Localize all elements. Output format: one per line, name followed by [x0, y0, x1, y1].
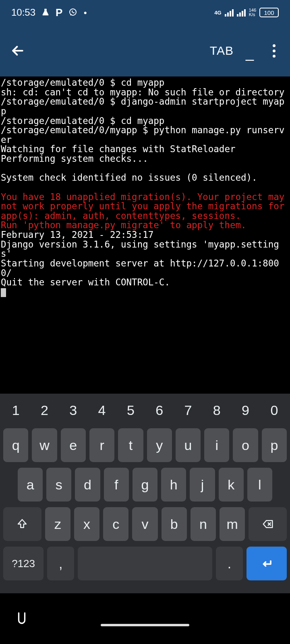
signal-icon: [225, 8, 234, 17]
symbols-key[interactable]: ?123: [3, 547, 44, 580]
system-nav-bar: [0, 593, 290, 644]
space-key[interactable]: [78, 547, 212, 580]
period-key[interactable]: .: [216, 547, 243, 580]
key-0[interactable]: 0: [262, 398, 287, 423]
tab-button[interactable]: TAB: [210, 44, 234, 58]
key-w[interactable]: w: [32, 428, 57, 462]
terminal-line: Quit the server with CONTROL-C.: [1, 278, 289, 287]
terminal-line: /storage/emulated/0 $ cd myapp: [1, 78, 289, 88]
terminal-line: Watching for file changes with StatReloa…: [1, 144, 289, 154]
key-e[interactable]: e: [61, 428, 86, 462]
terminal-line: /storage/emulated/0 $ django-admin start…: [1, 97, 289, 116]
key-r[interactable]: r: [89, 428, 114, 462]
backspace-key[interactable]: [249, 507, 287, 541]
key-o[interactable]: o: [233, 428, 258, 462]
home-gesture-bar[interactable]: [101, 624, 189, 626]
key-g[interactable]: g: [133, 468, 157, 502]
key-8[interactable]: 8: [204, 398, 229, 423]
key-m[interactable]: m: [220, 507, 245, 541]
key-4[interactable]: 4: [89, 398, 114, 423]
recent-apps-icon[interactable]: [14, 611, 29, 627]
terminal-line: Performing system checks...: [1, 154, 289, 164]
app-bar: TAB _: [0, 25, 290, 76]
whatsapp-icon: [68, 8, 78, 17]
key-c[interactable]: c: [103, 507, 128, 541]
key-u[interactable]: u: [176, 428, 201, 462]
key-3[interactable]: 3: [61, 398, 86, 423]
terminal-line: /storage/emulated/0 $ cd myapp: [1, 116, 289, 126]
terminal-line: [1, 183, 289, 192]
enter-key[interactable]: [246, 547, 287, 580]
soft-keyboard: 1234567890 qwertyuiop asdfghjkl zxcvbnm …: [0, 394, 290, 593]
key-i[interactable]: i: [204, 428, 229, 462]
battery-indicator: 100: [259, 8, 279, 17]
terminal-line: [1, 164, 289, 173]
key-q[interactable]: q: [3, 428, 28, 462]
key-2[interactable]: 2: [32, 398, 57, 423]
terminal-line: Run 'python manage.py migrate' to apply …: [1, 221, 289, 230]
network-type-label: 4G: [214, 10, 221, 16]
terminal-line: sh: cd: can't cd to myapp: No such file …: [1, 88, 289, 97]
key-k[interactable]: k: [219, 468, 244, 502]
terminal-line: System check identified no issues (0 sil…: [1, 173, 289, 183]
key-v[interactable]: v: [132, 507, 157, 541]
key-1[interactable]: 1: [3, 398, 28, 423]
flask-icon: [41, 8, 50, 17]
terminal-line: You have 18 unapplied migration(s). Your…: [1, 192, 289, 221]
key-s[interactable]: s: [46, 468, 71, 502]
key-t[interactable]: t: [118, 428, 143, 462]
back-button[interactable]: [8, 41, 27, 60]
terminal-line: February 13, 2021 - 22:53:17: [1, 230, 289, 240]
terminal-line: /storage/emulated/0/myapp $ python manag…: [1, 126, 289, 144]
key-b[interactable]: b: [162, 507, 187, 541]
status-bar: 10:53 P ● 4G 146K/s 100: [0, 0, 290, 25]
key-9[interactable]: 9: [233, 398, 258, 423]
dot-icon: ●: [83, 9, 87, 16]
key-l[interactable]: l: [247, 468, 272, 502]
key-a[interactable]: a: [18, 468, 43, 502]
clock: 10:53: [11, 7, 35, 18]
key-5[interactable]: 5: [118, 398, 143, 423]
key-j[interactable]: j: [190, 468, 215, 502]
key-y[interactable]: y: [147, 428, 172, 462]
p-icon: P: [56, 6, 62, 19]
signal-icon-2: [237, 8, 246, 17]
key-f[interactable]: f: [104, 468, 129, 502]
key-h[interactable]: h: [161, 468, 186, 502]
minimize-button[interactable]: _: [246, 45, 254, 62]
terminal-output[interactable]: /storage/emulated/0 $ cd myappsh: cd: ca…: [0, 76, 290, 394]
key-n[interactable]: n: [191, 507, 216, 541]
key-7[interactable]: 7: [176, 398, 201, 423]
key-d[interactable]: d: [75, 468, 100, 502]
terminal-line: Starting development server at http://12…: [1, 259, 289, 278]
key-6[interactable]: 6: [147, 398, 172, 423]
terminal-cursor: [1, 288, 6, 297]
key-z[interactable]: z: [45, 507, 70, 541]
overflow-menu-button[interactable]: [266, 44, 282, 58]
net-speed: 146K/s: [249, 8, 256, 17]
shift-key[interactable]: [3, 507, 41, 541]
terminal-line: Django version 3.1.6, using settings 'my…: [1, 240, 289, 259]
key-x[interactable]: x: [74, 507, 99, 541]
comma-key[interactable]: ,: [47, 547, 74, 580]
key-p[interactable]: p: [262, 428, 287, 462]
